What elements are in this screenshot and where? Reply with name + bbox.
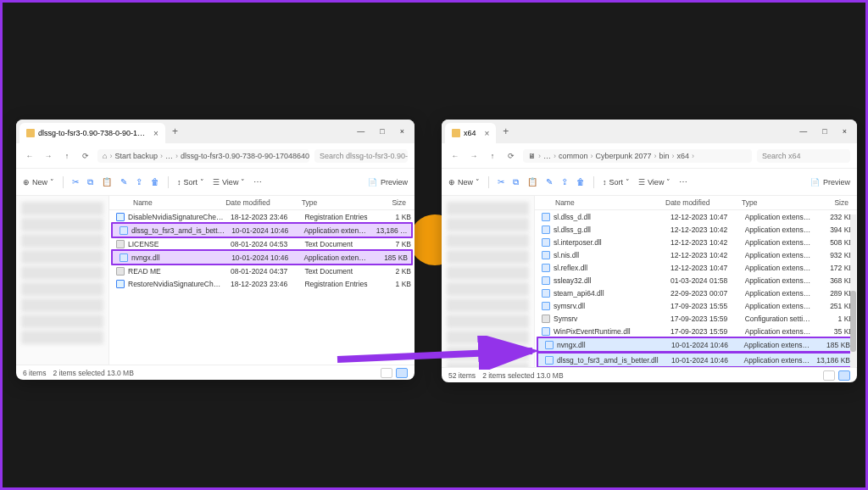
tab-title: dlssg-to-fsr3-0.90-738-0-90-1… [38, 129, 145, 137]
paste-icon[interactable]: 📋 [527, 177, 537, 187]
file-row[interactable]: DisableNvidiaSignatureChecks 18-12-2023 … [109, 210, 415, 223]
up-button[interactable]: ↑ [60, 152, 74, 160]
scrollbar[interactable] [850, 214, 856, 367]
rename-icon[interactable]: ✎ [120, 177, 127, 187]
file-list[interactable]: Name Date modified Type Size sl.dlss_d.d… [535, 196, 857, 367]
new-tab-button[interactable]: + [172, 125, 178, 137]
preview-button[interactable]: 📄 Preview [810, 178, 850, 187]
item-count: 52 items [448, 371, 476, 380]
file-type: Application extens… [300, 253, 372, 262]
file-row[interactable]: steam_api64.dll 22-09-2023 00:07 Applica… [535, 287, 857, 299]
tab-close-icon[interactable]: × [153, 129, 159, 138]
minimize-button[interactable]: — [357, 127, 364, 136]
home-icon[interactable]: ⌂ [103, 152, 107, 160]
col-size[interactable]: Size [815, 198, 857, 207]
more-icon[interactable]: ⋯ [679, 177, 687, 187]
file-name: sl.dlss_d.dll [554, 213, 667, 221]
view-list-icon[interactable] [823, 370, 835, 381]
breadcrumb[interactable]: 🖥› …› common› Cyberpunk 2077› bin› x64› [523, 149, 752, 163]
cut-icon[interactable]: ✂ [72, 177, 79, 187]
up-button[interactable]: ↑ [486, 152, 499, 160]
new-button[interactable]: ⊕ New ˅ [448, 178, 480, 187]
share-icon[interactable]: ⇪ [561, 177, 568, 187]
back-button[interactable]: ← [448, 152, 462, 160]
close-button[interactable]: × [400, 127, 404, 136]
forward-button[interactable]: → [467, 152, 481, 160]
search-input[interactable]: Search dlssg-to-fsr3-0.90-73… [314, 149, 408, 163]
view-details-icon[interactable] [396, 368, 408, 378]
breadcrumb[interactable]: ⌂› Start backup› …› dlssg-to-fsr3-0.90-7… [97, 149, 309, 163]
cut-icon[interactable]: ✂ [498, 177, 504, 187]
file-row[interactable]: sl.nis.dll 12-12-2023 10:42 Application … [535, 248, 857, 261]
paste-icon[interactable]: 📋 [102, 177, 112, 187]
col-date[interactable]: Date modified [222, 198, 298, 207]
maximize-button[interactable]: □ [822, 127, 826, 136]
col-type[interactable]: Type [298, 198, 375, 207]
copy-icon[interactable]: ⧉ [513, 177, 519, 187]
tab-active[interactable]: x64 × [445, 123, 496, 143]
file-icon [542, 276, 550, 285]
col-type[interactable]: Type [738, 198, 815, 207]
file-name: WinPixEventRuntime.dll [554, 327, 667, 336]
refresh-button[interactable]: ⟳ [79, 152, 92, 160]
file-icon [545, 341, 554, 349]
view-list-icon[interactable] [381, 368, 392, 378]
file-row[interactable]: READ ME 08-01-2024 04:37 Text Document 2… [109, 264, 415, 277]
tab-active[interactable]: dlssg-to-fsr3-0.90-738-0-90-1… × [19, 123, 165, 143]
file-row[interactable]: dlssg_to_fsr3_amd_is_better.dll 10-01-20… [111, 222, 413, 238]
file-date: 10-01-2024 10:46 [668, 356, 741, 365]
file-row[interactable]: LICENSE 08-01-2024 04:53 Text Document 7… [109, 237, 415, 250]
column-headers[interactable]: Name Date modified Type Size [109, 196, 415, 210]
copy-icon[interactable]: ⧉ [87, 177, 93, 187]
sidebar[interactable] [442, 196, 535, 367]
delete-icon[interactable]: 🗑 [151, 177, 159, 187]
file-row[interactable]: sl.reflex.dll 12-12-2023 10:47 Applicati… [535, 261, 857, 274]
close-button[interactable]: × [843, 127, 847, 136]
tab-close-icon[interactable]: × [485, 129, 490, 138]
file-row[interactable]: dlssg_to_fsr3_amd_is_better.dll 10-01-20… [537, 352, 855, 367]
share-icon[interactable]: ⇪ [136, 177, 142, 187]
col-size[interactable]: Size [374, 198, 415, 207]
file-row[interactable]: RestoreNvidiaSignatureChecks 18-12-2023 … [109, 277, 415, 290]
file-row[interactable]: sl.interposer.dll 12-12-2023 10:42 Appli… [535, 236, 857, 248]
column-headers[interactable]: Name Date modified Type Size [535, 196, 857, 210]
file-name: DisableNvidiaSignatureChecks [128, 213, 227, 221]
col-date[interactable]: Date modified [662, 198, 738, 207]
file-row[interactable]: symsrv.dll 17-09-2023 15:55 Application … [535, 299, 857, 312]
search-input[interactable]: Search x64 [757, 149, 850, 163]
file-icon [542, 226, 550, 234]
col-name[interactable]: Name [535, 198, 662, 207]
back-button[interactable]: ← [23, 152, 36, 160]
maximize-button[interactable]: □ [380, 127, 384, 136]
sort-button[interactable]: ↕ Sort ˅ [603, 178, 630, 187]
file-row[interactable]: Symsrv 17-09-2023 15:59 Configuration se… [535, 312, 857, 325]
preview-button[interactable]: 📄 Preview [368, 178, 408, 187]
titlebar[interactable]: dlssg-to-fsr3-0.90-738-0-90-1… × + — □ × [16, 120, 415, 143]
toolbar: ⊕ New ˅ ✂ ⧉ 📋 ✎ ⇪ 🗑 ↕ Sort ˅ ☰ View ˅ ⋯ … [16, 169, 415, 196]
sort-button[interactable]: ↕ Sort ˅ [177, 178, 204, 187]
file-name: sl.dlss_g.dll [554, 226, 667, 234]
view-button[interactable]: ☰ View ˅ [213, 178, 245, 187]
minimize-button[interactable]: — [799, 127, 807, 136]
new-button[interactable]: ⊕ New ˅ [23, 178, 54, 187]
file-row[interactable]: WinPixEventRuntime.dll 17-09-2023 15:59 … [535, 325, 857, 337]
sidebar[interactable] [16, 196, 109, 365]
file-row[interactable]: sl.dlss_g.dll 12-12-2023 10:42 Applicati… [535, 223, 857, 236]
delete-icon[interactable]: 🗑 [576, 177, 585, 187]
forward-button[interactable]: → [42, 152, 55, 160]
file-row[interactable]: ssleay32.dll 01-03-2024 01:58 Applicatio… [535, 274, 857, 287]
view-button[interactable]: ☰ View ˅ [638, 178, 670, 187]
titlebar[interactable]: x64 × + — □ × [442, 120, 857, 143]
col-name[interactable]: Name [109, 198, 222, 207]
file-date: 10-01-2024 10:46 [228, 226, 300, 235]
view-details-icon[interactable] [838, 370, 850, 381]
file-row[interactable]: nvngx.dll 10-01-2024 10:46 Application e… [537, 337, 855, 353]
new-tab-button[interactable]: + [503, 125, 509, 137]
refresh-button[interactable]: ⟳ [504, 152, 518, 160]
file-row[interactable]: sl.dlss_d.dll 12-12-2023 10:47 Applicati… [535, 210, 857, 223]
file-row[interactable]: nvngx.dll 10-01-2024 10:46 Application e… [111, 249, 413, 265]
rename-icon[interactable]: ✎ [546, 177, 553, 187]
pc-icon[interactable]: 🖥 [528, 152, 536, 160]
more-icon[interactable]: ⋯ [253, 177, 262, 187]
file-list[interactable]: Name Date modified Type Size DisableNvid… [109, 196, 415, 365]
